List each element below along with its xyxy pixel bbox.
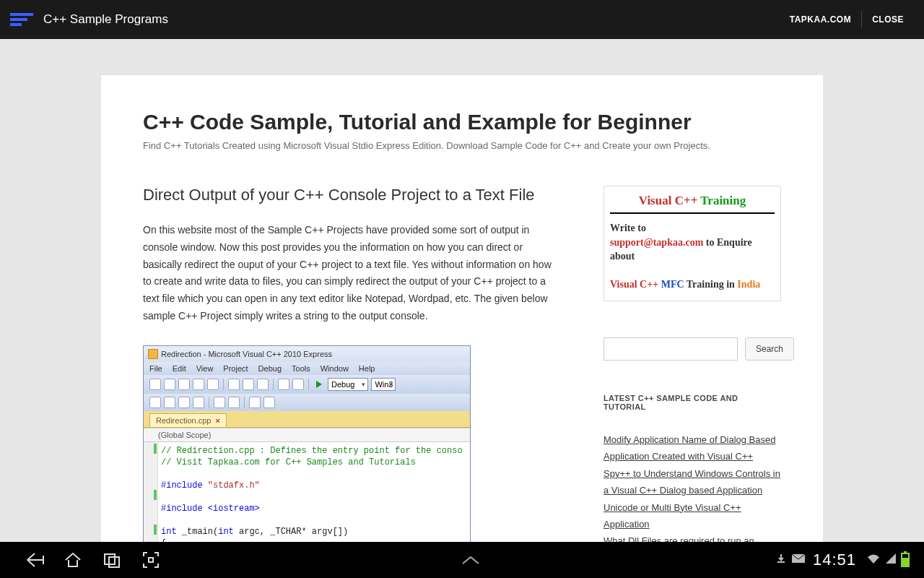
code-include: #include: [161, 504, 208, 514]
code-comment: // Redirection.cpp : Defines the entry p…: [161, 446, 463, 456]
tool-icon[interactable]: [214, 397, 225, 408]
close-button[interactable]: CLOSE: [862, 14, 914, 25]
home-icon[interactable]: [53, 542, 92, 578]
menu-project[interactable]: Project: [223, 364, 248, 373]
save-icon[interactable]: [193, 379, 204, 390]
ide-screenshot: Redirection - Microsoft Visual C++ 2010 …: [143, 345, 471, 564]
ide-tabstrip: Redirection.cpp ×: [144, 411, 470, 428]
tool-icon[interactable]: [178, 397, 190, 408]
ide-tab-label: Redirection.cpp: [156, 416, 211, 425]
signal-icon: [885, 553, 897, 567]
post-link[interactable]: Modify Application Name of Dialog Based …: [603, 431, 781, 465]
vc-title: Visual C++ Training: [610, 194, 775, 214]
ide-tab[interactable]: Redirection.cpp ×: [149, 413, 227, 427]
ide-window-title: Redirection - Microsoft Visual C++ 2010 …: [161, 350, 332, 358]
post-link[interactable]: Unicode or Multi Byte Visual C++ Applica…: [603, 499, 781, 533]
run-icon[interactable]: [316, 381, 322, 388]
code-include: #include: [161, 480, 208, 491]
tool-icon[interactable]: [249, 397, 261, 408]
tool-icon[interactable]: [263, 397, 275, 408]
config-select[interactable]: Debug: [328, 378, 368, 391]
menu-debug[interactable]: Debug: [258, 364, 282, 373]
search-widget: Search: [603, 337, 781, 361]
screenshot-icon[interactable]: [131, 542, 170, 578]
search-input[interactable]: [603, 337, 738, 361]
recents-icon[interactable]: [92, 542, 131, 578]
open-icon[interactable]: [178, 379, 190, 390]
menu-tools[interactable]: Tools: [292, 364, 310, 373]
menu-window[interactable]: Window: [321, 364, 349, 373]
latest-links: Modify Application Name of Dialog Based …: [603, 431, 781, 550]
menu-view[interactable]: View: [196, 364, 214, 373]
code-comment: // Visit Tapkaa.com for C++ Samples and …: [161, 457, 416, 467]
sidebar: Visual C++ Training Write to support@tap…: [603, 186, 781, 564]
site-description: Find C++ Tutorials Created using Microso…: [143, 140, 781, 151]
platform-select[interactable]: Win3: [371, 378, 396, 391]
menu-file[interactable]: File: [149, 364, 162, 373]
search-button[interactable]: Search: [745, 337, 794, 361]
app-title: C++ Sample Programs: [43, 12, 168, 27]
mail-icon: [791, 553, 806, 566]
wifi-icon: [866, 553, 881, 567]
latest-heading: LATEST C++ SAMPLE CODE AND TUTORIAL: [603, 394, 781, 411]
download-icon: [775, 553, 787, 567]
post-title[interactable]: Direct Output of your C++ Console Projec…: [143, 186, 553, 204]
clock: 14:51: [813, 551, 856, 569]
ide-toolbar-2: [144, 394, 470, 411]
post-link[interactable]: Spy++ to Understand Windows Controls in …: [603, 465, 781, 499]
menu-edit[interactable]: Edit: [173, 364, 186, 373]
page-card: C++ Code Sample, Tutorial and Example fo…: [101, 75, 823, 578]
app-topbar: C++ Sample Programs TAPKAA.COM CLOSE: [0, 0, 924, 39]
add-item-icon[interactable]: [164, 379, 175, 390]
back-icon[interactable]: [14, 542, 53, 578]
close-tab-icon[interactable]: ×: [215, 416, 219, 425]
expand-up-icon[interactable]: [451, 542, 490, 578]
vc-training-widget: Visual C++ Training Write to support@tap…: [603, 186, 781, 301]
svg-rect-2: [149, 558, 153, 562]
ide-toolbar-1: Debug Win3: [144, 375, 470, 394]
undo-icon[interactable]: [278, 379, 289, 390]
ide-titlebar: Redirection - Microsoft Visual C++ 2010 …: [144, 346, 470, 362]
tool-icon[interactable]: [193, 397, 204, 408]
ide-scope[interactable]: (Global Scope): [144, 428, 470, 442]
copy-icon[interactable]: [243, 379, 254, 390]
vs-icon: [148, 349, 158, 359]
site-title: C++ Code Sample, Tutorial and Example fo…: [143, 110, 781, 134]
android-navbar: 14:51: [0, 542, 924, 578]
app-logo-icon: [10, 13, 33, 26]
save-all-icon[interactable]: [207, 379, 219, 390]
ide-menubar: File Edit View Project Debug Tools Windo…: [144, 362, 470, 375]
battery-icon: [901, 553, 910, 567]
tool-icon[interactable]: [164, 397, 175, 408]
redo-icon[interactable]: [292, 379, 304, 390]
main-column: Direct Output of your C++ Console Projec…: [143, 186, 553, 564]
menu-help[interactable]: Help: [359, 364, 375, 373]
tool-icon[interactable]: [228, 397, 240, 408]
paste-icon[interactable]: [257, 379, 269, 390]
cut-icon[interactable]: [228, 379, 240, 390]
site-home-link[interactable]: TAPKAA.COM: [780, 14, 861, 25]
post-body: On this website most of the Sample C++ P…: [143, 222, 553, 325]
vc-text: Write to support@tapkaa.com to Enquire a…: [610, 221, 775, 292]
tool-icon[interactable]: [149, 397, 161, 408]
new-project-icon[interactable]: [149, 379, 161, 390]
